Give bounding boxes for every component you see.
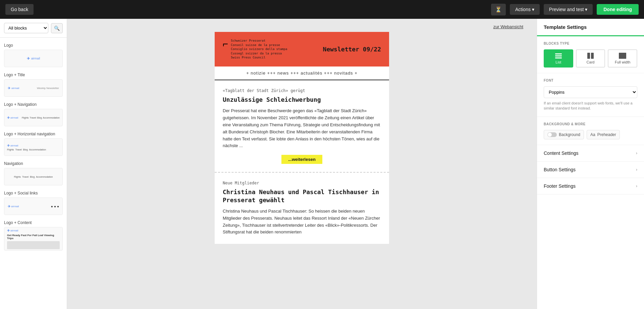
preview-nav-only-accommodation: Accommodation <box>36 176 53 178</box>
block-item-navigation[interactable]: Navigation Flights Travel Blog Accommoda… <box>0 159 67 188</box>
full-width-icon <box>619 53 627 59</box>
font-select[interactable]: Poppins <box>544 86 637 98</box>
email-article-1: «Tagblatt der Stadt Zürich» gerügt Unzul… <box>215 80 389 173</box>
preview-nav-travel: Travel <box>30 117 36 119</box>
email-article-2: Neue Mitglieder Christina Neuhaus und Pa… <box>215 173 389 244</box>
sidebar-blocks-list: Logo ✈ airmail Logo + Title ✈ airmail <box>0 38 67 309</box>
sidebar-search-bar: All blocks 🔍 <box>0 19 67 38</box>
block-item-logo[interactable]: Logo ✈ airmail <box>0 40 67 70</box>
block-label-logo: Logo <box>4 43 63 48</box>
article1-readmore-button[interactable]: ...weiterlesen <box>281 155 322 164</box>
block-preview-logo-title: ✈ airmail Weekly Newsletter <box>4 79 63 97</box>
block-type-list-label: List <box>555 60 561 64</box>
blocks-type-label: BLOCKS TYPE <box>544 42 637 45</box>
preview-nav-only-flights: Flights <box>14 176 21 178</box>
done-editing-button[interactable]: Done editing <box>597 4 639 15</box>
background-toggle-switch <box>547 132 557 137</box>
preview-logo-icon: ✈ <box>27 56 30 61</box>
left-sidebar: All blocks 🔍 Logo ✈ airmail Logo + Title <box>0 19 67 309</box>
content-settings-section[interactable]: Content Settings › <box>537 145 644 162</box>
block-type-card-button[interactable]: Card <box>576 49 605 68</box>
blocks-type-row: List Card Full width <box>544 49 637 68</box>
preview-nav-accommodation: Accommodation <box>43 117 60 119</box>
list-icon <box>554 53 562 59</box>
block-item-logo-title[interactable]: Logo + Title ✈ airmail Weekly Newsletter <box>0 70 67 99</box>
logo-text-block: Schweizer Presserat Conseil suisse de la… <box>231 39 287 60</box>
block-label-logo-nav: Logo + Navigation <box>4 102 63 107</box>
canvas-area: zur Webansicht ⌐ Schweizer Presserat Con… <box>67 19 537 309</box>
block-preview-logo: ✈ airmail <box>4 50 63 67</box>
history-button[interactable]: ⏳ <box>491 4 506 15</box>
preview-weekly-newsletter: Weekly Newsletter <box>37 87 59 90</box>
preview-horiz-accommodation: Accommodation <box>29 148 46 151</box>
social-icon-ig: ● <box>57 205 59 208</box>
block-type-card-label: Card <box>587 60 595 64</box>
footer-settings-chevron-icon: › <box>636 184 637 188</box>
background-toggle[interactable]: Background <box>544 130 584 139</box>
logo-line-1: Schweizer Presserat <box>231 39 287 43</box>
sidebar-search-button[interactable]: 🔍 <box>51 23 63 33</box>
main-layout: All blocks 🔍 Logo ✈ airmail Logo + Title <box>0 19 644 309</box>
article2-title: Christina Neuhaus und Pascal Tischhauser… <box>223 188 381 204</box>
go-back-button[interactable]: Go back <box>5 4 34 15</box>
block-type-fullwidth-label: Full width <box>615 60 630 64</box>
font-label: FONT <box>544 79 637 82</box>
logo-line-2: Conseil suisse de la presse <box>231 43 287 47</box>
button-settings-section[interactable]: Button Settings › <box>537 162 644 178</box>
block-item-logo-nav[interactable]: Logo + Navigation ✈ airmail Flights Trav… <box>0 99 67 129</box>
topbar-right: ⏳ Actions ▾ Preview and test ▾ Done edit… <box>491 4 639 15</box>
block-label-logo-social: Logo + Social links <box>4 191 63 195</box>
topbar-left: Go back <box>5 4 34 15</box>
article1-readmore-wrap: ...weiterlesen <box>223 155 381 164</box>
email-canvas: ⌐ Schweizer Presserat Conseil suisse de … <box>215 32 389 244</box>
logo-line-5: Swiss Press Council <box>231 55 287 60</box>
block-label-logo-horiz-nav: Logo + Horizontal navigation <box>4 132 63 136</box>
preview-and-test-button[interactable]: Preview and test ▾ <box>544 4 593 15</box>
content-settings-label: Content Settings <box>544 150 579 156</box>
block-type-list-button[interactable]: List <box>544 49 573 68</box>
social-icon-tw: ● <box>54 205 56 208</box>
actions-button[interactable]: Actions ▾ <box>510 4 540 15</box>
preview-nav-only-blog: Blog <box>30 176 35 178</box>
font-note: If an email client doesn't support web f… <box>544 101 637 111</box>
preheader-aa-icon: Aa <box>590 132 595 137</box>
preheader-toggle[interactable]: Aa Preheader <box>587 130 620 139</box>
logo-bracket-icon: ⌐ <box>223 39 228 49</box>
blocks-filter-select[interactable]: All blocks <box>4 23 48 33</box>
article2-category: Neue Mitglieder <box>223 181 381 185</box>
block-type-fullwidth-button[interactable]: Full width <box>608 49 637 68</box>
right-panel: Template Settings BLOCKS TYPE List <box>537 19 644 309</box>
block-label-logo-title: Logo + Title <box>4 73 63 77</box>
block-preview-logo-nav: ✈ airmail Flights Travel Blog Accommodat… <box>4 109 63 126</box>
footer-settings-section[interactable]: Footer Settings › <box>537 178 644 194</box>
article2-body: Christina Neuhaus und Pascal Tischhauser… <box>223 208 381 236</box>
preview-horiz-flights: Flights <box>7 148 14 151</box>
preview-nav-only-travel: Travel <box>22 176 29 178</box>
button-settings-label: Button Settings <box>544 167 576 172</box>
article1-title: Unzulässige Schleichwerbung <box>223 96 381 103</box>
block-preview-logo-horiz-nav: ✈ airmail Flights Travel Blog Accommodat… <box>4 138 63 156</box>
right-panel-title: Template Settings <box>537 19 644 36</box>
email-header-title: Newsletter 09/22 <box>323 46 381 53</box>
button-settings-chevron-icon: › <box>636 167 637 172</box>
block-preview-logo-content: ✈ airmail Get Ready Fast For Fall Leaf V… <box>4 227 63 251</box>
search-icon: 🔍 <box>54 26 60 31</box>
block-item-logo-horiz-nav[interactable]: Logo + Horizontal navigation ✈ airmail F… <box>0 129 67 159</box>
block-item-logo-social[interactable]: Logo + Social links ✈ airmail ● ● ● <box>0 188 67 218</box>
web-view-link[interactable]: zur Webansicht <box>493 24 523 29</box>
background-more-row: Background Aa Preheader <box>544 130 637 139</box>
footer-settings-label: Footer Settings <box>544 183 576 189</box>
preview-horiz-blog: Blog <box>23 148 28 151</box>
preheader-toggle-label: Preheader <box>597 132 616 137</box>
logo-line-4: Cussegl svizzer da la pressa <box>231 51 287 56</box>
block-item-logo-content[interactable]: Logo + Content ✈ airmail Get Ready Fast … <box>0 218 67 253</box>
block-label-navigation: Navigation <box>4 161 63 166</box>
article1-category: «Tagblatt der Stadt Zürich» gerügt <box>223 88 381 93</box>
preview-nav-flights: Flights <box>22 117 29 119</box>
background-toggle-label: Background <box>559 132 580 137</box>
card-icon <box>587 53 595 59</box>
topbar: Go back ⏳ Actions ▾ Preview and test ▾ D… <box>0 0 644 19</box>
preview-logo-text: airmail <box>31 57 40 60</box>
block-preview-logo-social: ✈ airmail ● ● ● <box>4 197 63 215</box>
blocks-type-section: BLOCKS TYPE List <box>537 36 644 73</box>
